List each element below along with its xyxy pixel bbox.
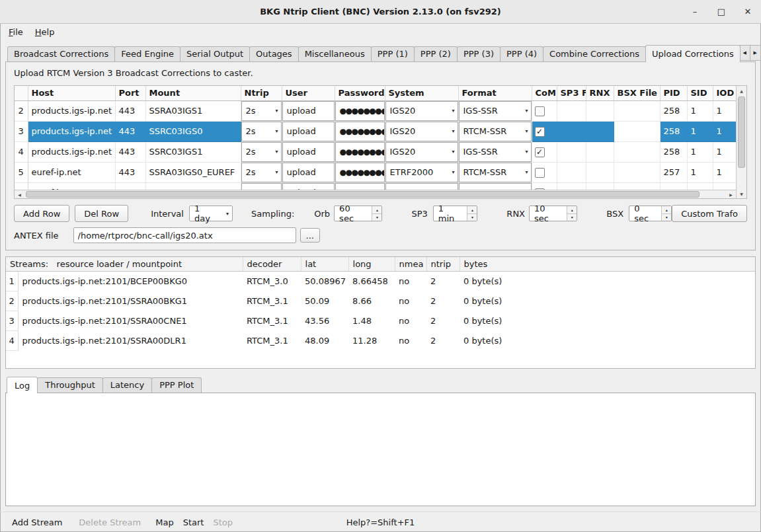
scroll-left-icon[interactable]: ◀ — [15, 190, 24, 198]
spin-down-icon[interactable]: ▾ — [372, 214, 381, 221]
mount-cell[interactable]: SSRA03IGS0_EUREF — [145, 162, 241, 182]
tab-miscellaneous[interactable]: Miscellaneous — [298, 46, 372, 61]
upload-row[interactable]: 4 products.igs-ip.net 443 SSRC03IGS1 2s▾… — [15, 141, 736, 162]
spin-down-icon[interactable]: ▾ — [467, 214, 477, 221]
tab-broadcast-corrections[interactable]: Broadcast Corrections — [7, 46, 115, 61]
system-select[interactable]: ETRF2000▾ — [385, 163, 458, 182]
stream-row[interactable]: 2 products.igs-ip.net:2101/SSRA00BKG1 RT… — [6, 291, 755, 311]
menu-file[interactable]: File — [3, 25, 29, 39]
spin-up-icon[interactable]: ▴ — [567, 206, 577, 214]
system-select[interactable]: IGS20▾ — [385, 142, 458, 162]
vertical-scroll-thumb[interactable] — [738, 96, 745, 168]
bsx-file-cell[interactable] — [614, 141, 660, 162]
password-input[interactable]: ●●●●●●●● — [335, 142, 385, 162]
menu-help[interactable]: Help — [29, 25, 61, 39]
tab-ppp-2[interactable]: PPP (2) — [414, 46, 458, 61]
port-cell[interactable]: 443 — [115, 121, 145, 141]
spin-down-icon[interactable]: ▾ — [567, 214, 577, 221]
sid-cell[interactable]: 1 — [687, 162, 713, 182]
tab-outages[interactable]: Outages — [249, 46, 299, 61]
spin-up-icon[interactable]: ▴ — [662, 206, 671, 214]
custom-trafo-button[interactable]: Custom Trafo — [672, 205, 747, 222]
system-select[interactable]: IGS20▾ — [385, 101, 458, 121]
add-stream-button[interactable]: Add Stream — [12, 517, 62, 527]
password-input[interactable]: ●●●●●●●● — [335, 101, 385, 121]
minimize-button[interactable]: – — [690, 7, 700, 17]
sp3-file-cell[interactable] — [557, 121, 586, 141]
tab-throughput[interactable]: Throughput — [37, 377, 103, 393]
add-row-button[interactable]: Add Row — [14, 205, 69, 222]
orb-spinbox[interactable]: 60 sec ▴▾ — [334, 206, 382, 221]
mount-cell[interactable]: SSRC03IGS0 — [145, 121, 241, 141]
pid-cell[interactable]: 258 — [660, 141, 687, 162]
password-input[interactable]: ●●●●●●●● — [335, 163, 385, 182]
row-header[interactable]: 2 — [6, 291, 18, 311]
stream-row[interactable]: 1 products.igs-ip.net:2101/BCEP00BKG0 RT… — [6, 271, 755, 291]
scroll-down-icon[interactable]: ▼ — [737, 189, 746, 198]
stream-row[interactable]: 3 products.igs-ip.net:2101/SSRA00CNE1 RT… — [6, 311, 755, 330]
format-select[interactable]: IGS-SSR▾ — [459, 142, 532, 162]
sid-cell[interactable]: 1 — [687, 121, 713, 141]
format-select[interactable]: IGS-SSR▾ — [459, 101, 532, 121]
sp3-spinbox[interactable]: 1 min ▴▾ — [433, 206, 478, 221]
row-header[interactable]: 3 — [15, 121, 28, 141]
tab-log[interactable]: Log — [7, 377, 38, 393]
horizontal-scrollbar[interactable]: ◀ ▶ — [15, 190, 736, 198]
tab-combine-corrections[interactable]: Combine Corrections — [543, 46, 646, 61]
ntrip-select[interactable]: 2s▾ — [241, 122, 282, 141]
mount-cell[interactable]: SSRA03IGS1 — [145, 100, 241, 121]
spin-down-icon[interactable]: ▾ — [662, 214, 671, 221]
iod-cell[interactable]: 1 — [713, 162, 736, 182]
port-cell[interactable]: 443 — [115, 162, 145, 182]
tab-serial-output[interactable]: Serial Output — [180, 46, 250, 61]
stream-row[interactable]: 4 products.igs-ip.net:2101/SSRA00DLR1 RT… — [6, 330, 755, 350]
ntrip-select[interactable]: 2s▾ — [241, 142, 282, 162]
pid-cell[interactable]: 258 — [660, 100, 687, 121]
rnx-cell[interactable] — [586, 162, 614, 182]
scroll-right-icon[interactable]: ▶ — [726, 190, 736, 198]
row-header[interactable]: 2 — [15, 100, 28, 121]
upload-row[interactable]: 2 products.igs-ip.net 443 SSRA03IGS1 2s▾… — [15, 100, 736, 121]
tab-scroll-left-button[interactable]: ◀ — [739, 45, 750, 61]
user-input[interactable]: upload — [282, 101, 335, 121]
mount-cell[interactable]: SSRC03IGS1 — [145, 141, 241, 162]
system-select[interactable]: IGS20▾ — [385, 122, 458, 141]
rnx-cell[interactable] — [586, 141, 614, 162]
iod-cell[interactable]: 1 — [713, 100, 736, 121]
start-button[interactable]: Start — [183, 517, 204, 527]
spin-up-icon[interactable]: ▴ — [372, 206, 381, 214]
ntrip-select[interactable]: 2s▾ — [241, 101, 282, 121]
interval-select[interactable]: 1 day ▾ — [189, 206, 233, 221]
user-input[interactable]: upload — [282, 122, 335, 141]
host-cell[interactable]: products.igs-ip.net — [28, 141, 115, 162]
spin-up-icon[interactable]: ▴ — [467, 206, 477, 214]
user-input[interactable]: upload — [282, 163, 335, 182]
close-button[interactable]: ✕ — [742, 7, 753, 17]
row-header[interactable]: 3 — [6, 311, 18, 330]
bsx-file-cell[interactable] — [614, 162, 660, 182]
iod-cell[interactable]: 1 — [713, 141, 736, 162]
tab-feed-engine[interactable]: Feed Engine — [114, 46, 180, 61]
tab-scroll-right-button[interactable]: ▶ — [750, 45, 761, 61]
row-header[interactable]: 1 — [6, 271, 18, 291]
sp3-file-cell[interactable] — [557, 100, 586, 121]
com-checkbox[interactable] — [535, 106, 545, 116]
sid-cell[interactable]: 1 — [687, 100, 713, 121]
upload-row-selected[interactable]: 3 products.igs-ip.net 443 SSRC03IGS0 2s▾… — [15, 121, 736, 141]
tab-ppp-plot[interactable]: PPP Plot — [151, 377, 202, 393]
password-input[interactable]: ●●●●●●●● — [335, 122, 385, 141]
host-cell[interactable]: products.igs-ip.net — [28, 100, 115, 121]
com-checkbox[interactable]: ✓ — [535, 147, 545, 157]
bsx-file-cell[interactable] — [614, 100, 660, 121]
pid-cell[interactable]: 257 — [660, 162, 687, 182]
scroll-up-icon[interactable]: ▲ — [737, 86, 746, 95]
host-cell[interactable]: euref-ip.net — [28, 162, 115, 182]
pid-cell[interactable]: 258 — [660, 121, 687, 141]
bsx-spinbox[interactable]: 0 sec ▴▾ — [629, 206, 672, 221]
row-header[interactable]: 4 — [15, 141, 28, 162]
format-select[interactable]: RTCM-SSR▾ — [459, 163, 532, 182]
com-checkbox[interactable] — [535, 168, 545, 178]
sp3-file-cell[interactable] — [557, 162, 586, 182]
horizontal-scroll-thumb[interactable] — [26, 191, 700, 198]
antex-browse-button[interactable]: ... — [300, 228, 320, 243]
